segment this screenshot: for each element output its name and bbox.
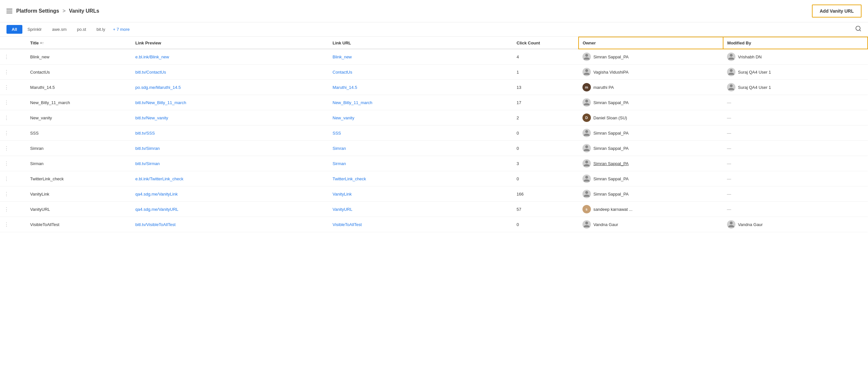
row-count: 0 (513, 217, 579, 232)
url-link[interactable]: TwitterLink_check (333, 176, 366, 181)
url-link[interactable]: VanityLink (333, 192, 352, 197)
row-drag-handle[interactable]: ⋮ (0, 156, 26, 171)
sort-icon[interactable]: ≡↑ (40, 41, 44, 45)
row-preview[interactable]: bitl.tv/New_Bitly_11_march (132, 95, 329, 110)
row-url[interactable]: New_vanity (329, 110, 513, 125)
row-modified: — (723, 156, 868, 171)
row-preview[interactable]: bitl.tv/Sirman (132, 156, 329, 171)
row-drag-handle[interactable]: ⋮ (0, 141, 26, 156)
preview-link[interactable]: bitl.tv/Sirman (135, 161, 160, 166)
row-drag-handle[interactable]: ⋮ (0, 95, 26, 110)
row-drag-handle[interactable]: ⋮ (0, 125, 26, 141)
row-preview[interactable]: bitl.tv/Simran (132, 141, 329, 156)
table-row: ⋮ Sirman bitl.tv/Sirman Sirman 3 Simran … (0, 156, 868, 171)
row-preview[interactable]: qa4.sdg.me/VanityURL (132, 202, 329, 217)
row-preview[interactable]: po.sdg.me/Maruthi_14.5 (132, 80, 329, 95)
dots-icon[interactable]: ⋮ (4, 176, 9, 181)
preview-link[interactable]: bitl.tv/New_vanity (135, 115, 168, 120)
preview-link[interactable]: bitl.tv/SSS (135, 131, 155, 136)
modified-dash: — (727, 131, 731, 136)
preview-link[interactable]: e.bl.ink/Blink_new (135, 55, 169, 59)
row-preview[interactable]: e.bl.ink/TwitterLink_check (132, 171, 329, 187)
preview-link[interactable]: po.sdg.me/Maruthi_14.5 (135, 85, 181, 90)
row-preview[interactable]: qa4.sdg.me/VanityLink (132, 187, 329, 202)
dots-icon[interactable]: ⋮ (4, 131, 9, 136)
preview-link[interactable]: e.bl.ink/TwitterLink_check (135, 176, 183, 181)
tab-awe-sm[interactable]: awe.sm (47, 25, 72, 34)
modified-name: Suraj QA4 User 1 (738, 85, 771, 90)
dots-icon[interactable]: ⋮ (4, 222, 9, 227)
tab-sprinklr[interactable]: Sprinklr (22, 25, 47, 34)
add-vanity-button[interactable]: Add Vanity URL (812, 4, 862, 18)
owner-cell: Simran Sappal_PA (583, 144, 719, 152)
col-header-title[interactable]: Title ≡↑ (26, 37, 131, 49)
dots-icon[interactable]: ⋮ (4, 191, 9, 197)
search-button[interactable] (855, 25, 862, 33)
row-drag-handle[interactable]: ⋮ (0, 49, 26, 64)
row-preview[interactable]: bitl.tv/SSS (132, 125, 329, 141)
row-url[interactable]: Maruthi_14.5 (329, 80, 513, 95)
more-tags[interactable]: + 7 more (113, 27, 130, 32)
dots-icon[interactable]: ⋮ (4, 161, 9, 166)
preview-link[interactable]: qa4.sdg.me/VanityLink (135, 192, 178, 197)
row-url[interactable]: VisibleToAllTest (329, 217, 513, 232)
col-header-owner: Owner (579, 37, 723, 49)
tab-po-st[interactable]: po.st (72, 25, 91, 34)
url-link[interactable]: SSS (333, 131, 341, 136)
row-url[interactable]: Blink_new (329, 49, 513, 64)
table-row: ⋮ New_vanity bitl.tv/New_vanity New_vani… (0, 110, 868, 125)
dots-icon[interactable]: ⋮ (4, 85, 9, 90)
dots-icon[interactable]: ⋮ (4, 206, 9, 212)
preview-link[interactable]: bitl.tv/New_Bitly_11_march (135, 100, 186, 105)
dots-icon[interactable]: ⋮ (4, 100, 9, 105)
hamburger-icon[interactable] (6, 9, 12, 13)
preview-link[interactable]: bitl.tv/ContactUs (135, 70, 166, 75)
row-drag-handle[interactable]: ⋮ (0, 80, 26, 95)
modified-dash: — (727, 176, 731, 181)
row-preview[interactable]: bitl.tv/VisibleToAllTest (132, 217, 329, 232)
preview-link[interactable]: bitl.tv/Simran (135, 146, 160, 151)
url-link[interactable]: New_vanity (333, 115, 354, 120)
preview-link[interactable]: bitl.tv/VisibleToAllTest (135, 222, 176, 227)
url-link[interactable]: Simran (333, 146, 346, 151)
row-count: 57 (513, 202, 579, 217)
row-drag-handle[interactable]: ⋮ (0, 171, 26, 187)
owner-name: maruthi PA (593, 85, 614, 90)
row-drag-handle[interactable]: ⋮ (0, 187, 26, 202)
url-link[interactable]: Blink_new (333, 55, 352, 59)
row-url[interactable]: New_Bitly_11_march (329, 95, 513, 110)
row-drag-handle[interactable]: ⋮ (0, 110, 26, 125)
row-url[interactable]: VanityURL (329, 202, 513, 217)
tab-bit-ly[interactable]: bit.ly (91, 25, 111, 34)
url-link[interactable]: Sirman (333, 161, 346, 166)
row-url[interactable]: VanityLink (329, 187, 513, 202)
tab-all[interactable]: All (6, 25, 22, 34)
url-link[interactable]: Maruthi_14.5 (333, 85, 357, 90)
row-preview[interactable]: e.bl.ink/Blink_new (132, 49, 329, 64)
modified-cell: Vandna Gaur (727, 220, 864, 229)
row-url[interactable]: ContactUs (329, 64, 513, 80)
modified-dash: — (727, 115, 731, 120)
row-drag-handle[interactable]: ⋮ (0, 64, 26, 80)
dots-icon[interactable]: ⋮ (4, 54, 9, 60)
dots-icon[interactable]: ⋮ (4, 69, 9, 75)
header-left: Platform Settings > Vanity URLs (6, 8, 99, 14)
row-url[interactable]: Sirman (329, 156, 513, 171)
row-title: Sirman (26, 156, 131, 171)
url-link[interactable]: VisibleToAllTest (333, 222, 362, 227)
url-link[interactable]: New_Bitly_11_march (333, 100, 372, 105)
row-preview[interactable]: bitl.tv/ContactUs (132, 64, 329, 80)
row-url[interactable]: TwitterLink_check (329, 171, 513, 187)
url-link[interactable]: ContactUs (333, 70, 352, 75)
row-url[interactable]: Simran (329, 141, 513, 156)
row-preview[interactable]: bitl.tv/New_vanity (132, 110, 329, 125)
row-title: VanityURL (26, 202, 131, 217)
preview-link[interactable]: qa4.sdg.me/VanityURL (135, 207, 179, 212)
dots-icon[interactable]: ⋮ (4, 146, 9, 151)
row-url[interactable]: SSS (329, 125, 513, 141)
dots-icon[interactable]: ⋮ (4, 115, 9, 121)
row-drag-handle[interactable]: ⋮ (0, 217, 26, 232)
owner-cell: D Daniel Sloan (SU) (583, 114, 719, 122)
url-link[interactable]: VanityURL (333, 207, 352, 212)
row-drag-handle[interactable]: ⋮ (0, 202, 26, 217)
